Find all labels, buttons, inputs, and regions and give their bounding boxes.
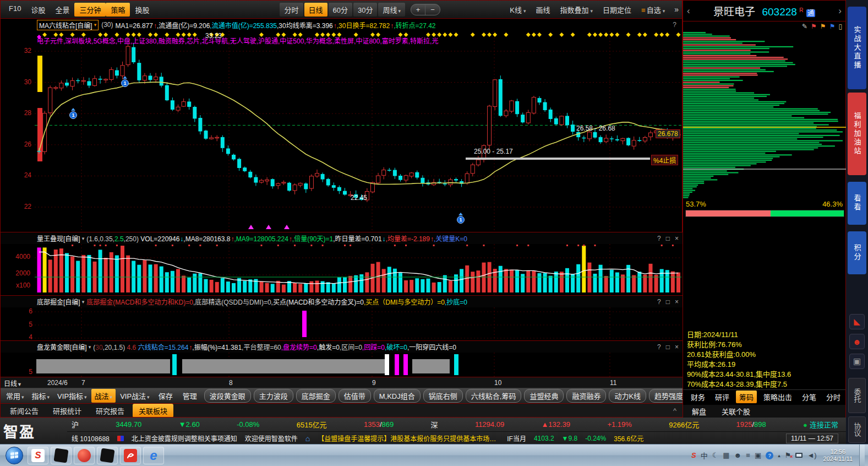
dock-tab-2[interactable]: 看看	[848, 182, 866, 225]
chart-tool-0[interactable]: K线▾	[505, 3, 531, 17]
volume-indicator-selector[interactable]: 量王叠现[自编]▾	[37, 234, 84, 243]
taskbar-clock[interactable]: 12:562024/11/11	[823, 448, 853, 463]
strategy-button-2[interactable]: 底部掘金	[296, 389, 336, 403]
tray-user-icon[interactable]: ☻	[734, 451, 742, 459]
panel-tab-5[interactable]: 分时	[823, 391, 844, 403]
red-flag-icon[interactable]: ⚑	[811, 23, 817, 30]
taskbar-app-ie[interactable]: e	[143, 447, 164, 464]
strategy-button-3[interactable]: 估值带	[339, 389, 371, 403]
news-tab-2[interactable]: 研究报告	[90, 404, 130, 418]
pane2-indicator-selector[interactable]: 底部掘金[自编]▾	[37, 297, 84, 306]
period-tab-3[interactable]: 30分	[353, 3, 377, 17]
strategy-button-6[interactable]: 六线粘合,筹码	[466, 389, 522, 403]
toolbar-action-0[interactable]: 保存	[154, 389, 177, 403]
strategy-button-1[interactable]: 主力波段	[254, 389, 293, 403]
pane-close-icon[interactable]: ×	[675, 235, 679, 242]
period-tab-0[interactable]: 分时	[280, 3, 303, 17]
dock-tab-3[interactable]: 积分	[848, 231, 866, 274]
panel-tab-2[interactable]: 筹码	[736, 391, 757, 403]
indicator-selector[interactable]: MA六线粘合[自编]▾	[37, 20, 99, 30]
tray-expand-icon[interactable]: ▣	[755, 451, 761, 459]
zoom-out-button[interactable]: −	[425, 4, 440, 15]
pane-help-icon[interactable]: ?	[657, 298, 661, 306]
main-chart[interactable]: 电子元件,深圳板块,5G概念,中盘,上证380,融资融券,芯片,北斗导航,无人驾…	[1, 31, 683, 232]
taskbar-app-mascot[interactable]	[74, 447, 95, 464]
prev-stock-icon[interactable]: ‹	[683, 6, 694, 17]
chart-tool-3[interactable]: 日期定位	[598, 3, 636, 17]
top-menu-item-0[interactable]: F10	[4, 3, 26, 17]
qq-icon[interactable]: ☻	[849, 334, 865, 349]
tray-sogou-icon[interactable]: S	[691, 451, 696, 459]
indicator-menu-4[interactable]: VIP战法▾	[117, 389, 153, 403]
start-button[interactable]	[6, 447, 23, 464]
dock-tab-1[interactable]: 福利加油站	[848, 93, 866, 175]
pane-help-icon[interactable]: ?	[657, 235, 661, 242]
orange-flag-icon[interactable]: ⚑	[820, 23, 826, 30]
indicator-menu-3[interactable]: 战法▾	[91, 389, 116, 403]
ticker-news-2[interactable]: 欢迎使用智盈软件	[245, 434, 298, 443]
volume-icon[interactable]: ◄)	[807, 451, 816, 459]
tray-keyboard-icon[interactable]: ▦	[723, 451, 729, 459]
top-menu-item-2[interactable]: 全景	[50, 3, 74, 17]
indicator-menu-0[interactable]: 常用▾	[3, 389, 28, 403]
volume-chart[interactable]: 40002000x100	[1, 244, 683, 295]
taskbar-app-yimeng[interactable]	[120, 447, 141, 464]
collapse-up-icon[interactable]: ^	[673, 407, 676, 415]
pane-help-icon[interactable]: ?	[657, 343, 661, 351]
indicator-menu-2[interactable]: VIP指标▾	[54, 389, 90, 403]
taskbar-app-sogou[interactable]: S	[28, 447, 48, 464]
period-tab-4[interactable]: 周线▾	[378, 3, 405, 17]
pane3-chart[interactable]: 5	[1, 353, 683, 377]
news-tab-1[interactable]: 研报统计	[47, 404, 88, 418]
taskbar-app-cube1[interactable]	[51, 447, 72, 464]
pane2-chart[interactable]: 654	[1, 307, 683, 340]
top-menu-item-3[interactable]: 三分钟	[74, 3, 106, 17]
tray-help-icon[interactable]: ?	[766, 452, 773, 459]
toolbar-action-1[interactable]: 管理	[178, 389, 201, 403]
date-axis[interactable]: 日线▼ 2024/67891011	[1, 377, 683, 388]
panel-subtab-0[interactable]: 解盘	[689, 405, 709, 418]
ticker-news-3[interactable]: 【益盟操盘手温馨提示】港股基本报价服务只提供基本市场信息作参考用途，投资	[318, 434, 499, 443]
zoom-in-button[interactable]: +	[411, 4, 425, 15]
pane-maximize-icon[interactable]: □	[666, 298, 670, 306]
chart-tool-1[interactable]: 画线	[531, 3, 555, 17]
strategy-button-9[interactable]: 动力K线	[609, 389, 646, 403]
news-tab-3[interactable]: 关联板块	[133, 404, 173, 418]
period-tab-1[interactable]: 日线	[304, 3, 327, 17]
indicator-menu-1[interactable]: 指标▾	[29, 389, 53, 403]
ticker-news-1[interactable]: 北上资金披露规则调整相关事项通知	[132, 434, 237, 443]
show-desktop-button[interactable]	[859, 445, 865, 466]
pane-close-icon[interactable]: ×	[675, 298, 679, 306]
top-menu-item-1[interactable]: 诊股	[26, 3, 50, 17]
pane-maximize-icon[interactable]: □	[666, 235, 670, 242]
strategy-button-7[interactable]: 益盟经典	[524, 389, 564, 403]
panel-subtab-1[interactable]: 关联个股	[718, 405, 754, 418]
taskbar-app-cube2[interactable]	[97, 447, 118, 464]
live-icon[interactable]: ◣	[849, 314, 865, 329]
panel-tab-1[interactable]: 研评	[712, 391, 733, 403]
document-icon[interactable]: ▯	[838, 23, 842, 30]
pane-close-icon[interactable]: ×	[675, 343, 679, 351]
strategy-button-4[interactable]: M,KDJ组合	[374, 389, 421, 403]
period-mode-label[interactable]: 日线▼	[4, 378, 22, 388]
pane-maximize-icon[interactable]: □	[666, 343, 670, 351]
network-icon[interactable]	[795, 451, 803, 459]
home-icon[interactable]: ⌂	[305, 434, 310, 443]
period-tab-2[interactable]: 60分	[329, 3, 352, 17]
action-center-icon[interactable]: ⚑×	[785, 451, 791, 459]
dock-button-0[interactable]: 委托	[848, 378, 866, 413]
panel-tab-0[interactable]: 财务	[687, 391, 708, 403]
panel-tab-4[interactable]: 分笔	[799, 391, 820, 403]
pane3-indicator-selector[interactable]: 盘龙黄金眼[自编]▾	[37, 342, 91, 351]
strategy-button-5[interactable]: 锅底右侧	[423, 389, 463, 403]
top-menu-item-4[interactable]: 策略	[106, 3, 130, 17]
chart-tool-4[interactable]: ≡自选▾	[636, 3, 670, 17]
pencil-icon[interactable]: ✎	[802, 23, 807, 30]
tray-show-hidden-icon[interactable]: ▴	[778, 453, 780, 458]
strategy-button-8[interactable]: 融资融券	[566, 389, 606, 403]
panel-tab-3[interactable]: 策略出击	[760, 391, 795, 403]
tray-ime-icon[interactable]: 中	[701, 450, 708, 460]
top-menu-item-5[interactable]: 换股	[130, 3, 154, 17]
dock-tab-0[interactable]: 实战大直播	[848, 7, 866, 89]
collapse-panel-icon[interactable]: »	[674, 5, 679, 14]
